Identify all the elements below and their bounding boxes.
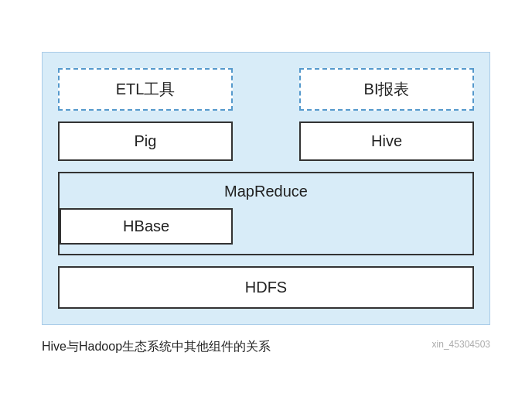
bi-label: BI报表 xyxy=(364,80,410,98)
hbase-label: HBase xyxy=(123,217,169,234)
bi-box: BI报表 xyxy=(299,68,474,111)
mapreduce-container: MapReduce HBase xyxy=(58,172,474,255)
pig-box: Pig xyxy=(58,121,233,161)
hive-label: Hive xyxy=(371,132,402,149)
etl-box: ETL工具 xyxy=(58,68,233,111)
diagram-area: ETL工具 BI报表 Pig Hive MapReduce HBase xyxy=(42,52,490,325)
etl-label: ETL工具 xyxy=(116,80,176,98)
hdfs-box: HDFS xyxy=(58,266,474,309)
second-row: Pig Hive xyxy=(58,121,474,161)
hbase-box: HBase xyxy=(60,208,233,245)
mapreduce-label: MapReduce xyxy=(60,173,472,208)
pig-label: Pig xyxy=(135,132,157,149)
caption-text: Hive与Hadoop生态系统中其他组件的关系 xyxy=(42,340,271,353)
hbase-inner: HBase xyxy=(60,208,472,254)
page-wrapper: ETL工具 BI报表 Pig Hive MapReduce HBase xyxy=(19,36,513,378)
top-row: ETL工具 BI报表 xyxy=(58,68,474,111)
hdfs-label: HDFS xyxy=(245,279,287,296)
hive-box: Hive xyxy=(299,121,474,161)
watermark: xin_45304503 xyxy=(432,339,490,350)
caption: Hive与Hadoop生态系统中其他组件的关系 xin_45304503 xyxy=(42,339,490,355)
